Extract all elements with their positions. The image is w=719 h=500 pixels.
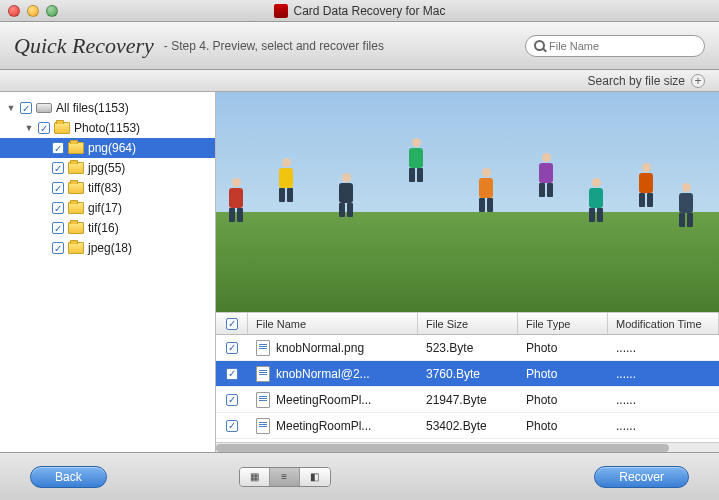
tree-photo[interactable]: ▼ Photo(1153) [0,118,215,138]
grid-view-icon[interactable]: ▦ [240,468,270,486]
tree-category[interactable]: tif(16) [0,218,215,238]
footer: Back ▦ ≡ ◧ Recover [0,452,719,500]
folder-icon [68,242,84,254]
tree-label: Photo(1153) [74,121,140,135]
checkbox[interactable] [226,342,238,354]
tree-label: png(964) [88,141,136,155]
cell-filesize: 523.Byte [418,341,518,355]
cell-filetype: Photo [518,367,608,381]
preview-person [636,163,656,207]
cell-mtime: ...... [608,341,719,355]
table-header: File Name File Size File Type Modificati… [216,313,719,335]
tree-category[interactable]: tiff(83) [0,178,215,198]
folder-icon [54,122,70,134]
close-icon[interactable] [8,5,20,17]
disk-icon [36,103,52,113]
preview-person [476,168,496,212]
titlebar: Card Data Recovery for Mac [0,0,719,22]
filter-label: Search by file size [588,74,685,88]
file-table: File Name File Size File Type Modificati… [216,312,719,442]
tree-label: All files(1153) [56,101,129,115]
search-field[interactable] [525,35,705,57]
tree-all-files[interactable]: ▼ All files(1153) [0,98,215,118]
folder-icon [68,222,84,234]
preview-image [216,92,719,312]
col-mtime[interactable]: Modification Time [608,313,719,334]
folder-icon [68,202,84,214]
folder-icon [68,142,84,154]
checkbox[interactable] [226,394,238,406]
file-icon [256,418,270,434]
cell-filesize: 3760.Byte [418,367,518,381]
window-controls [8,5,58,17]
search-input[interactable] [549,40,696,52]
checkbox[interactable] [52,162,64,174]
table-row[interactable]: knobNormal@2...3760.BytePhoto...... [216,361,719,387]
recover-button[interactable]: Recover [594,466,689,488]
back-button[interactable]: Back [30,466,107,488]
add-filter-icon[interactable]: + [691,74,705,88]
cell-mtime: ...... [608,393,719,407]
cell-filetype: Photo [518,393,608,407]
chevron-down-icon[interactable]: ▼ [24,123,34,133]
tree-category[interactable]: png(964) [0,138,215,158]
checkbox[interactable] [52,202,64,214]
tree-category[interactable]: jpg(55) [0,158,215,178]
file-icon [256,366,270,382]
list-view-icon[interactable]: ≡ [270,468,300,486]
cell-filesize: 53402.Byte [418,419,518,433]
checkbox[interactable] [20,102,32,114]
cell-filename: MeetingRoomPl... [276,393,371,407]
preview-person [676,183,696,227]
preview-person [406,138,426,182]
view-mode-segment[interactable]: ▦ ≡ ◧ [239,467,331,487]
zoom-icon[interactable] [46,5,58,17]
h-scrollbar[interactable] [216,442,719,452]
chevron-down-icon[interactable]: ▼ [6,103,16,113]
table-row[interactable]: knobNormal.png523.BytePhoto...... [216,335,719,361]
table-row[interactable]: MeetingRoomPl...53402.BytePhoto...... [216,413,719,439]
tree-category[interactable]: gif(17) [0,198,215,218]
table-row[interactable]: MeetingRoomPl...21947.BytePhoto...... [216,387,719,413]
checkbox[interactable] [52,182,64,194]
col-filename[interactable]: File Name [248,313,418,334]
checkbox[interactable] [38,122,50,134]
cell-filetype: Photo [518,341,608,355]
checkbox[interactable] [52,142,64,154]
cell-mtime: ...... [608,419,719,433]
tree-label: gif(17) [88,201,122,215]
cell-filename: knobNormal.png [276,341,364,355]
folder-icon [68,162,84,174]
header: Quick Recovery - Step 4. Preview, select… [0,22,719,70]
tree-label: tif(16) [88,221,119,235]
content-pane: File Name File Size File Type Modificati… [216,92,719,452]
checkbox[interactable] [226,420,238,432]
filter-bar: Search by file size + [0,70,719,92]
page-subtitle: - Step 4. Preview, select and recover fi… [164,39,384,53]
file-icon [256,340,270,356]
cell-mtime: ...... [608,367,719,381]
cell-filename: MeetingRoomPl... [276,419,371,433]
cell-filesize: 21947.Byte [418,393,518,407]
preview-person [226,178,246,222]
folder-icon [68,182,84,194]
file-icon [256,392,270,408]
header-checkbox[interactable] [216,313,248,334]
col-filesize[interactable]: File Size [418,313,518,334]
preview-person [336,173,356,217]
page-title: Quick Recovery [14,33,154,59]
coverflow-view-icon[interactable]: ◧ [300,468,330,486]
checkbox[interactable] [52,242,64,254]
cell-filename: knobNormal@2... [276,367,370,381]
col-filetype[interactable]: File Type [518,313,608,334]
window-title-text: Card Data Recovery for Mac [293,4,445,18]
checkbox[interactable] [226,368,238,380]
minimize-icon[interactable] [27,5,39,17]
preview-person [276,158,296,202]
checkbox[interactable] [52,222,64,234]
preview-person [536,153,556,197]
main-content: ▼ All files(1153) ▼ Photo(1153) png(964)… [0,92,719,452]
app-icon [273,4,287,18]
preview-person [586,178,606,222]
tree-category[interactable]: jpeg(18) [0,238,215,258]
